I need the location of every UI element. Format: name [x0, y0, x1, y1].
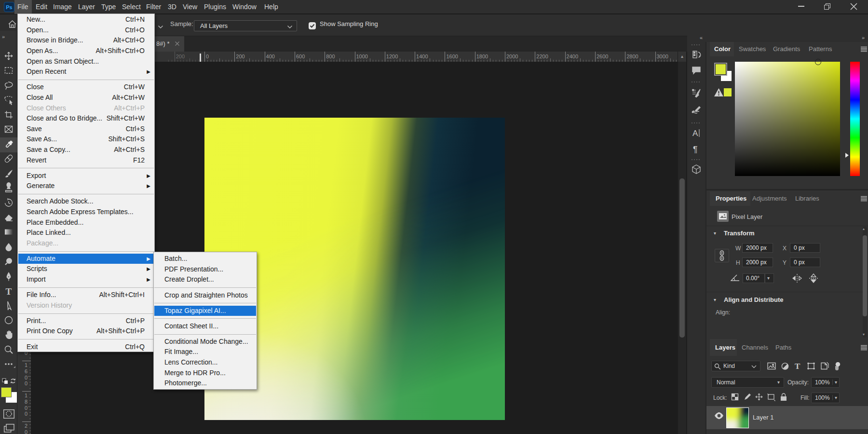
svg-text:T: T: [6, 286, 12, 297]
svg-text:¶: ¶: [693, 145, 698, 154]
svg-text:T: T: [795, 362, 800, 370]
svg-text:A: A: [692, 129, 698, 138]
